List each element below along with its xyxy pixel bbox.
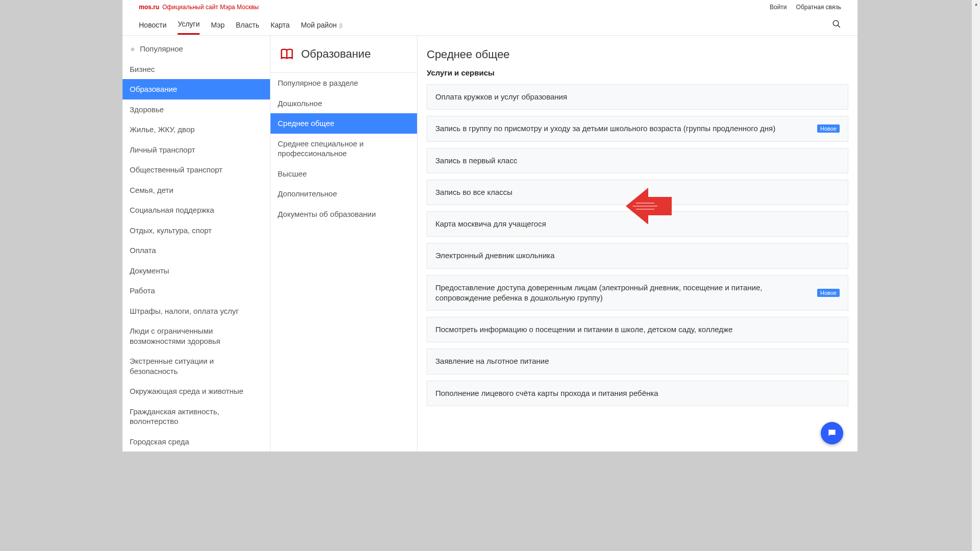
page: mos.ru Официальный сайт Мэра Москвы Войт…: [122, 0, 857, 452]
sidebar-item-17[interactable]: Гражданская активность, волонтерство: [122, 402, 270, 432]
sidebar-item-4[interactable]: Жилье, ЖКУ, двор: [122, 119, 270, 140]
nav-item-4[interactable]: Карта: [271, 16, 289, 34]
content-subhead: Услуги и сервисы: [427, 68, 848, 77]
service-item-4[interactable]: Карта москвича для учащегося: [427, 211, 848, 237]
section-header: Образование: [271, 36, 417, 73]
sidebar-item-13[interactable]: Штрафы, налоги, оплата услуг: [122, 301, 270, 321]
service-item-1[interactable]: Запись в группу по присмотру и уходу за …: [427, 116, 848, 141]
service-text: Посмотреть информацию о посещении и пита…: [435, 324, 840, 335]
brand-logo[interactable]: mos.ru: [139, 4, 159, 11]
service-text: Запись во все классы: [435, 187, 840, 197]
badge-new: Новое: [817, 289, 840, 297]
service-item-2[interactable]: Запись в первый класс: [427, 148, 848, 173]
subcat-item-5[interactable]: Дополнительное: [271, 184, 417, 204]
beta-badge: β: [338, 22, 342, 29]
sidebar-item-1[interactable]: Бизнес: [122, 59, 270, 80]
service-item-3[interactable]: Запись во все классы: [427, 180, 848, 205]
service-item-5[interactable]: Электронный дневник школьника: [427, 243, 848, 268]
subcat-item-0[interactable]: Популярное в разделе: [271, 73, 417, 93]
sidebar-item-3[interactable]: Здоровье: [122, 99, 270, 120]
scroll-up-icon[interactable]: ▴: [972, 0, 980, 8]
book-icon: [280, 47, 294, 61]
nav-item-3[interactable]: Власть: [236, 16, 259, 34]
content-heading: Среднее общее: [427, 48, 848, 61]
sidebar-item-0[interactable]: Популярное: [122, 39, 270, 59]
service-text: Заявление на льготное питание: [435, 356, 840, 366]
subcat-item-6[interactable]: Документы об образовании: [271, 204, 417, 224]
service-text: Оплата кружков и услуг образования: [435, 92, 840, 102]
scrollbar[interactable]: ▴: [972, 0, 980, 452]
badge-new: Новое: [817, 124, 840, 133]
subcat-item-1[interactable]: Дошкольное: [271, 93, 417, 114]
navbar: НовостиУслугиМэрВластьКартаМой район β: [122, 14, 857, 36]
sidebar-item-8[interactable]: Социальная поддержка: [122, 200, 270, 220]
sidebar-item-6[interactable]: Общественный транспорт: [122, 160, 270, 180]
nav-item-2[interactable]: Мэр: [211, 16, 225, 34]
svg-point-0: [833, 20, 839, 26]
nav-item-0[interactable]: Новости: [139, 16, 166, 34]
service-text: Электронный дневник школьника: [435, 251, 840, 261]
sidebar-item-5[interactable]: Личный транспорт: [122, 140, 270, 160]
service-text: Запись в группу по присмотру и уходу за …: [435, 123, 811, 134]
sidebar-item-9[interactable]: Отдых, культура, спорт: [122, 220, 270, 241]
service-item-8[interactable]: Заявление на льготное питание: [427, 348, 848, 374]
brand-subtitle: Официальный сайт Мэра Москвы: [162, 4, 259, 11]
search-button[interactable]: [832, 19, 841, 31]
search-icon: [832, 19, 841, 29]
login-link[interactable]: Войти: [770, 4, 787, 11]
subcat-item-2[interactable]: Среднее общее: [271, 113, 417, 134]
service-text: Пополнение лицевого счёта карты прохода …: [435, 388, 840, 398]
sidebar-item-7[interactable]: Семья, дети: [122, 180, 270, 201]
service-item-0[interactable]: Оплата кружков и услуг образования: [427, 84, 848, 110]
sidebar-item-12[interactable]: Работа: [122, 281, 270, 301]
sidebar-item-18[interactable]: Городская среда: [122, 432, 270, 452]
svg-line-1: [838, 25, 840, 28]
sidebar-item-14[interactable]: Люди с ограниченными возможностями здоро…: [122, 321, 270, 351]
service-item-9[interactable]: Пополнение лицевого счёта карты прохода …: [427, 381, 848, 406]
main-columns: ПопулярноеБизнесОбразованиеЗдоровьеЖилье…: [122, 36, 857, 452]
subcat-item-3[interactable]: Среднее специальное и профессиональное: [271, 134, 417, 164]
section-title: Образование: [301, 47, 371, 61]
service-text: Предоставление доступа доверенным лицам …: [435, 283, 811, 304]
topbar: mos.ru Официальный сайт Мэра Москвы Войт…: [122, 0, 857, 14]
category-sidebar: ПопулярноеБизнесОбразованиеЗдоровьеЖилье…: [122, 36, 271, 452]
content-column: Среднее общее Услуги и сервисы Оплата кр…: [418, 36, 857, 452]
sidebar-item-2[interactable]: Образование: [122, 79, 270, 99]
service-item-7[interactable]: Посмотреть информацию о посещении и пита…: [427, 317, 848, 342]
sidebar-item-11[interactable]: Документы: [122, 261, 270, 281]
sidebar-item-10[interactable]: Оплата: [122, 240, 270, 261]
service-text: Карта москвича для учащегося: [435, 219, 840, 229]
feedback-link[interactable]: Обратная связь: [796, 4, 841, 11]
service-item-6[interactable]: Предоставление доступа доверенным лицам …: [427, 275, 848, 311]
nav-item-1[interactable]: Услуги: [178, 15, 200, 35]
subcategory-column: Образование Популярное в разделеДошкольн…: [271, 36, 418, 452]
service-text: Запись в первый класс: [435, 156, 840, 166]
nav-item-5[interactable]: Мой район β: [301, 16, 342, 34]
sidebar-item-15[interactable]: Экстренные ситуации и безопасность: [122, 351, 270, 381]
sidebar-item-16[interactable]: Окружающая среда и животные: [122, 381, 270, 402]
chat-icon: [827, 428, 837, 438]
subcat-item-4[interactable]: Высшее: [271, 164, 417, 184]
